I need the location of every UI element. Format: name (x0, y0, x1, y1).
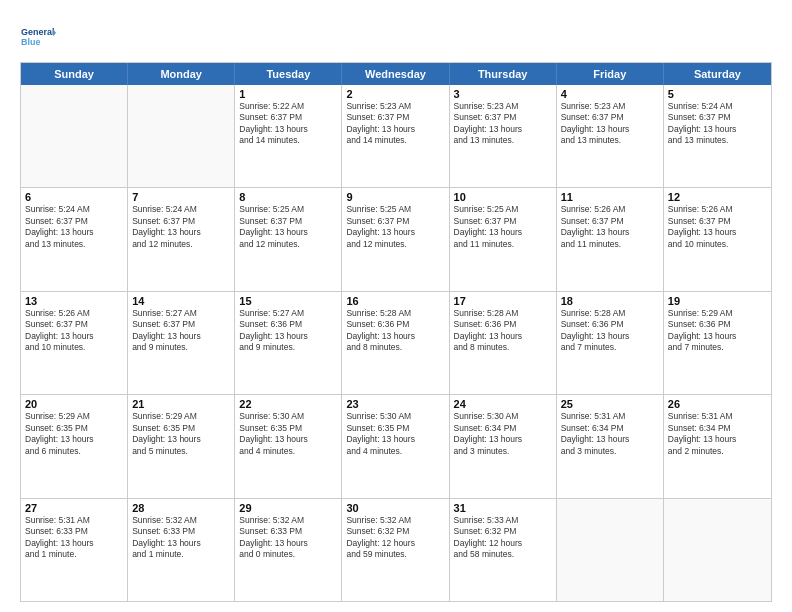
cell-info-line: Daylight: 12 hours (454, 538, 552, 549)
cell-info-line: Sunset: 6:37 PM (668, 112, 767, 123)
cell-info-line: Sunrise: 5:29 AM (668, 308, 767, 319)
day-number: 3 (454, 88, 552, 100)
cell-info-line: Sunrise: 5:29 AM (132, 411, 230, 422)
cell-info-line: and 59 minutes. (346, 549, 444, 560)
cell-info-line: and 13 minutes. (25, 239, 123, 250)
cell-info-line: and 5 minutes. (132, 446, 230, 457)
cell-info-line: and 7 minutes. (561, 342, 659, 353)
cal-cell (128, 85, 235, 187)
cell-info-line: and 12 minutes. (132, 239, 230, 250)
cell-info-line: Sunrise: 5:26 AM (25, 308, 123, 319)
cell-info-line: Sunrise: 5:31 AM (25, 515, 123, 526)
cell-info-line: and 14 minutes. (346, 135, 444, 146)
header-day-tuesday: Tuesday (235, 63, 342, 85)
cell-info-line: Sunset: 6:37 PM (25, 319, 123, 330)
header-day-friday: Friday (557, 63, 664, 85)
cell-info-line: Sunset: 6:34 PM (668, 423, 767, 434)
cal-cell: 18Sunrise: 5:28 AMSunset: 6:36 PMDayligh… (557, 292, 664, 394)
day-number: 24 (454, 398, 552, 410)
cell-info-line: Sunset: 6:35 PM (132, 423, 230, 434)
cell-info-line: Sunrise: 5:24 AM (25, 204, 123, 215)
cal-cell: 22Sunrise: 5:30 AMSunset: 6:35 PMDayligh… (235, 395, 342, 497)
cell-info-line: Sunset: 6:37 PM (239, 112, 337, 123)
cell-info-line: Sunrise: 5:23 AM (346, 101, 444, 112)
cell-info-line: Daylight: 13 hours (561, 124, 659, 135)
cell-info-line: Sunset: 6:34 PM (561, 423, 659, 434)
cell-info-line: Daylight: 13 hours (25, 227, 123, 238)
week-row-2: 6Sunrise: 5:24 AMSunset: 6:37 PMDaylight… (21, 188, 771, 291)
cell-info-line: Sunrise: 5:27 AM (132, 308, 230, 319)
cell-info-line: Sunrise: 5:32 AM (239, 515, 337, 526)
cell-info-line: Daylight: 13 hours (346, 331, 444, 342)
cell-info-line: and 4 minutes. (239, 446, 337, 457)
day-number: 6 (25, 191, 123, 203)
cal-cell: 10Sunrise: 5:25 AMSunset: 6:37 PMDayligh… (450, 188, 557, 290)
cal-cell: 20Sunrise: 5:29 AMSunset: 6:35 PMDayligh… (21, 395, 128, 497)
cell-info-line: Daylight: 13 hours (132, 331, 230, 342)
cell-info-line: Sunrise: 5:25 AM (346, 204, 444, 215)
cal-cell (21, 85, 128, 187)
day-number: 2 (346, 88, 444, 100)
day-number: 31 (454, 502, 552, 514)
cell-info-line: Sunset: 6:36 PM (239, 319, 337, 330)
header-day-sunday: Sunday (21, 63, 128, 85)
cell-info-line: Sunset: 6:34 PM (454, 423, 552, 434)
cell-info-line: and 1 minute. (25, 549, 123, 560)
cell-info-line: Daylight: 13 hours (668, 434, 767, 445)
cell-info-line: Sunset: 6:35 PM (25, 423, 123, 434)
cell-info-line: and 10 minutes. (668, 239, 767, 250)
cell-info-line: and 3 minutes. (561, 446, 659, 457)
cell-info-line: and 8 minutes. (454, 342, 552, 353)
cell-info-line: Sunset: 6:35 PM (239, 423, 337, 434)
svg-text:Blue: Blue (21, 37, 41, 47)
cal-cell: 4Sunrise: 5:23 AMSunset: 6:37 PMDaylight… (557, 85, 664, 187)
cell-info-line: Sunset: 6:37 PM (132, 319, 230, 330)
cal-cell: 31Sunrise: 5:33 AMSunset: 6:32 PMDayligh… (450, 499, 557, 601)
cell-info-line: Sunset: 6:33 PM (239, 526, 337, 537)
cell-info-line: Sunrise: 5:30 AM (454, 411, 552, 422)
cell-info-line: and 11 minutes. (561, 239, 659, 250)
cell-info-line: and 11 minutes. (454, 239, 552, 250)
cell-info-line: Sunset: 6:37 PM (239, 216, 337, 227)
cal-cell: 15Sunrise: 5:27 AMSunset: 6:36 PMDayligh… (235, 292, 342, 394)
cell-info-line: Sunrise: 5:31 AM (668, 411, 767, 422)
cell-info-line: Daylight: 13 hours (239, 227, 337, 238)
cell-info-line: and 4 minutes. (346, 446, 444, 457)
cell-info-line: Sunset: 6:36 PM (668, 319, 767, 330)
cell-info-line: and 9 minutes. (239, 342, 337, 353)
cell-info-line: and 12 minutes. (239, 239, 337, 250)
logo: General Blue (20, 18, 56, 54)
cell-info-line: Sunset: 6:37 PM (132, 216, 230, 227)
cal-cell: 7Sunrise: 5:24 AMSunset: 6:37 PMDaylight… (128, 188, 235, 290)
week-row-3: 13Sunrise: 5:26 AMSunset: 6:37 PMDayligh… (21, 292, 771, 395)
cell-info-line: Sunrise: 5:23 AM (454, 101, 552, 112)
cell-info-line: Sunrise: 5:28 AM (561, 308, 659, 319)
cell-info-line: and 13 minutes. (561, 135, 659, 146)
cal-cell: 27Sunrise: 5:31 AMSunset: 6:33 PMDayligh… (21, 499, 128, 601)
cell-info-line: Daylight: 12 hours (346, 538, 444, 549)
day-number: 13 (25, 295, 123, 307)
header-day-monday: Monday (128, 63, 235, 85)
cell-info-line: Daylight: 13 hours (454, 227, 552, 238)
day-number: 7 (132, 191, 230, 203)
day-number: 5 (668, 88, 767, 100)
day-number: 23 (346, 398, 444, 410)
cell-info-line: Sunset: 6:37 PM (668, 216, 767, 227)
cell-info-line: Daylight: 13 hours (561, 331, 659, 342)
logo-icon: General Blue (20, 18, 56, 54)
header-day-wednesday: Wednesday (342, 63, 449, 85)
cell-info-line: Daylight: 13 hours (346, 434, 444, 445)
day-number: 26 (668, 398, 767, 410)
cell-info-line: Sunset: 6:37 PM (454, 112, 552, 123)
cal-cell: 9Sunrise: 5:25 AMSunset: 6:37 PMDaylight… (342, 188, 449, 290)
cell-info-line: and 14 minutes. (239, 135, 337, 146)
cell-info-line: Sunrise: 5:32 AM (132, 515, 230, 526)
cell-info-line: Sunrise: 5:32 AM (346, 515, 444, 526)
cell-info-line: Sunset: 6:33 PM (25, 526, 123, 537)
cell-info-line: Sunrise: 5:30 AM (239, 411, 337, 422)
header-day-thursday: Thursday (450, 63, 557, 85)
cell-info-line: and 13 minutes. (454, 135, 552, 146)
day-number: 16 (346, 295, 444, 307)
cell-info-line: Daylight: 13 hours (668, 124, 767, 135)
cell-info-line: Daylight: 13 hours (239, 434, 337, 445)
